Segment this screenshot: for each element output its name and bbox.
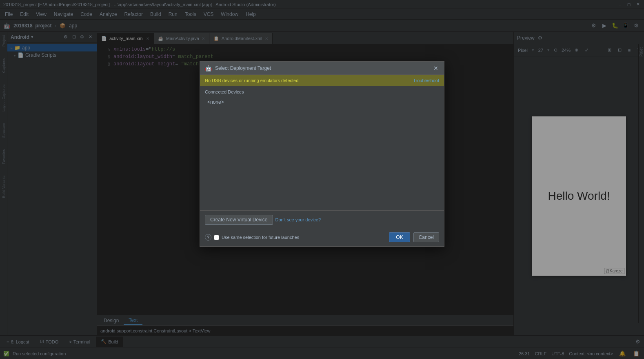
- cancel-button[interactable]: Cancel: [413, 232, 439, 242]
- warning-text: No USB devices or running emulators dete…: [205, 78, 298, 83]
- modal-header: 🤖 Select Deployment Target ✕: [200, 62, 444, 75]
- troubleshoot-link[interactable]: Troubleshoot: [413, 78, 439, 83]
- checkbox-row: ? Use same selection for future launches: [205, 234, 299, 241]
- modal-title: Select Deployment Target: [215, 65, 429, 71]
- modal-overlay: 🤖 Select Deployment Target ✕ No USB devi…: [0, 0, 644, 359]
- modal-warning-bar: No USB devices or running emulators dete…: [200, 75, 444, 86]
- create-virtual-device-button[interactable]: Create New Virtual Device: [205, 215, 273, 225]
- action-buttons: OK Cancel: [389, 232, 439, 242]
- modal-close-btn[interactable]: ✕: [433, 65, 439, 71]
- options-row: ? Use same selection for future launches…: [200, 229, 444, 246]
- device-none[interactable]: <none>: [205, 98, 439, 107]
- deployment-target-modal: 🤖 Select Deployment Target ✕ No USB devi…: [200, 61, 444, 247]
- help-label: ?: [207, 235, 209, 240]
- devices-list: <none>: [200, 96, 444, 210]
- footer-left: Create New Virtual Device Don't see your…: [205, 215, 321, 225]
- same-selection-checkbox[interactable]: [214, 235, 219, 240]
- checkbox-label: Use same selection for future launches: [222, 235, 299, 240]
- modal-footer: Create New Virtual Device Don't see your…: [200, 210, 444, 229]
- ok-button[interactable]: OK: [389, 232, 410, 242]
- help-icon[interactable]: ?: [205, 234, 211, 241]
- connected-devices-label: Connected Devices: [200, 86, 444, 96]
- dont-see-device-link[interactable]: Don't see your device?: [275, 217, 321, 222]
